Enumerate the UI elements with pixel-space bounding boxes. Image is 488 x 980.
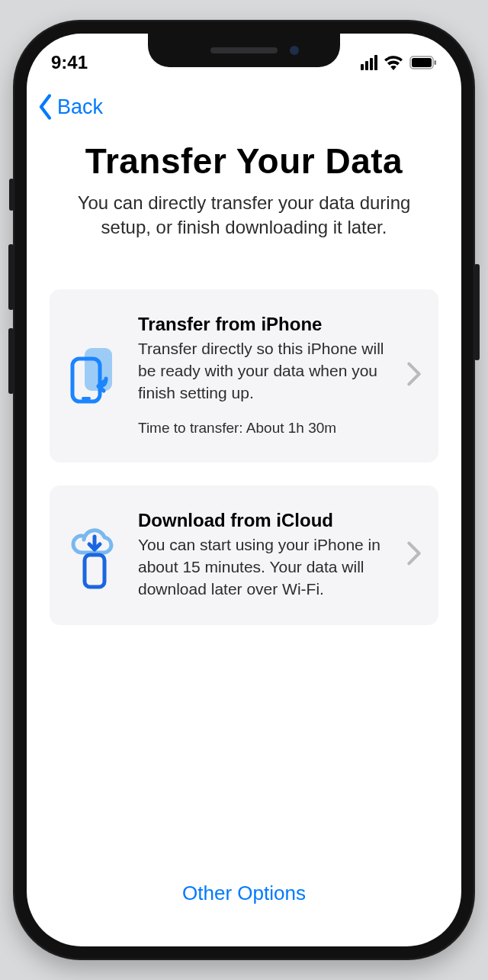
page-title: Transfer Your Data: [50, 140, 438, 182]
option-body: Transfer directly so this iPhone will be…: [138, 338, 390, 405]
transfer-phones-icon: [68, 341, 121, 410]
option-title: Transfer from iPhone: [138, 314, 390, 335]
device-frame: 9:41 Back: [13, 20, 475, 960]
option-body: You can start using your iPhone in about…: [138, 534, 390, 601]
cellular-signal-icon: [361, 55, 377, 70]
footer: Other Options: [27, 882, 461, 905]
svg-rect-2: [435, 60, 437, 65]
page-subtitle: You can directly transfer your data duri…: [54, 191, 434, 240]
option-download-from-icloud[interactable]: Download from iCloud You can start using…: [50, 485, 438, 625]
back-button[interactable]: Back: [36, 94, 103, 120]
power-button: [474, 264, 480, 360]
battery-icon: [409, 56, 437, 69]
volume-up-button: [8, 244, 14, 310]
back-label: Back: [57, 95, 103, 119]
chevron-left-icon: [36, 94, 56, 120]
other-options-button[interactable]: Other Options: [27, 882, 461, 905]
option-estimate: Time to transfer: About 1h 30m: [138, 418, 390, 438]
screen: 9:41 Back: [27, 34, 461, 946]
volume-down-button: [8, 328, 14, 394]
speaker-grille: [210, 47, 278, 53]
icloud-download-icon: [68, 521, 121, 589]
option-transfer-from-iphone[interactable]: Transfer from iPhone Transfer directly s…: [50, 289, 438, 463]
wifi-icon: [384, 55, 403, 70]
svg-rect-6: [85, 555, 104, 587]
option-title: Download from iCloud: [138, 510, 390, 531]
svg-rect-5: [82, 397, 91, 400]
chevron-right-icon: [406, 541, 422, 569]
front-camera: [290, 46, 299, 55]
mute-switch: [9, 179, 14, 211]
navigation-bar: Back: [27, 84, 461, 130]
svg-rect-1: [412, 58, 432, 67]
status-time: 9:41: [51, 52, 88, 73]
notch: [148, 34, 340, 67]
chevron-right-icon: [406, 362, 422, 389]
